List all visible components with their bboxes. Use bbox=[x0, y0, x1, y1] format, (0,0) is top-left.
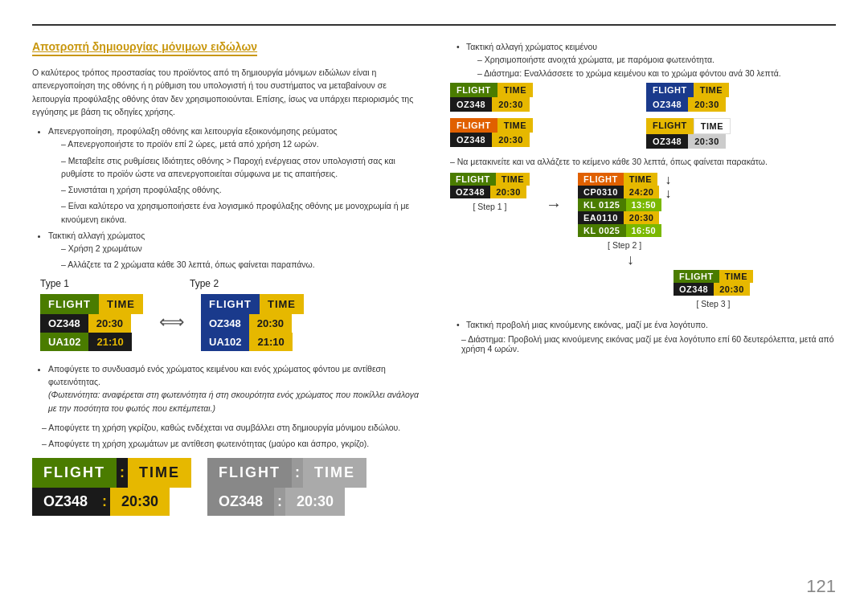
step2-h1: FLIGHT bbox=[578, 173, 624, 186]
right-board-ml: FLIGHT TIME OZ348 20:30 bbox=[450, 118, 640, 149]
right-board-mr: FLIGHT TIME OZ348 20:30 bbox=[646, 118, 836, 149]
step3-r2: 20:30 bbox=[714, 283, 750, 296]
step2-r4c2: 16:50 bbox=[626, 224, 662, 237]
step3-header: FLIGHT TIME bbox=[674, 270, 753, 283]
board2-header-time: TIME bbox=[260, 294, 304, 314]
step1-to-step2-arrow: → bbox=[546, 195, 562, 214]
sub-list-1: Απενεργοποιήστε το προϊόν επί 2 ώρες, με… bbox=[48, 137, 426, 226]
board2-r2c1: UA102 bbox=[201, 333, 249, 351]
board1-header-time: TIME bbox=[99, 294, 143, 314]
right-ml-r2: 20:30 bbox=[492, 133, 530, 147]
bb-gray-h-dot: : bbox=[292, 458, 303, 488]
right-tl-r2: 20:30 bbox=[492, 97, 530, 112]
right-mr-h1: FLIGHT bbox=[646, 118, 694, 134]
step1-h2: TIME bbox=[496, 173, 530, 186]
section-title: Αποτροπή δημιουργίας μόνιμων ειδώλων bbox=[32, 40, 257, 56]
sub-item-1a: Απενεργοποιήστε το προϊόν επί 2 ώρες, με… bbox=[61, 137, 426, 150]
right-board-mr-row: OZ348 20:30 bbox=[646, 134, 836, 149]
board2-r2c2: 21:10 bbox=[249, 333, 292, 351]
right-sub-list: Χρησιμοποιήστε ανοιχτά χρώματα, με παρόμ… bbox=[466, 53, 836, 80]
step3-r1: OZ348 bbox=[674, 283, 714, 296]
flight-board-type2: FLIGHT TIME OZ348 20:30 UA102 21:10 bbox=[201, 294, 304, 351]
swap-arrow: ⟺ bbox=[159, 312, 185, 333]
right-ml-h1: FLIGHT bbox=[450, 118, 497, 133]
step2-block: FLIGHT TIME CP0310 24:20 KL 0125 13:50 bbox=[578, 173, 671, 250]
right-sub1a: Χρησιμοποιήστε ανοιχτά χρώματα, με παρόμ… bbox=[477, 53, 836, 66]
right-sub2: – Διάστημα: Προβολή μιας κινούμενης εικό… bbox=[450, 334, 836, 353]
page-number: 121 bbox=[806, 576, 836, 597]
bb-dark-r-dot: : bbox=[99, 488, 110, 516]
board1-row1: OZ348 20:30 bbox=[40, 314, 143, 333]
step1-r1: OZ348 bbox=[450, 186, 490, 198]
step2-r3c2: 20:30 bbox=[624, 211, 660, 224]
right-mr-h2: TIME bbox=[694, 118, 731, 134]
board2-header: FLIGHT TIME bbox=[201, 294, 304, 314]
step2-r2c2: 13:50 bbox=[626, 198, 662, 211]
right-board-tr: FLIGHT TIME OZ348 20:30 bbox=[646, 83, 836, 112]
right-boards-grid: FLIGHT TIME OZ348 20:30 FLIGHT TIME bbox=[450, 83, 836, 149]
step2-row2: KL 0125 13:50 bbox=[578, 198, 661, 211]
warning-item: Αποφύγετε το συνδυασμό ενός χρώματος κει… bbox=[48, 362, 426, 415]
board2-r1c2: 20:30 bbox=[249, 314, 292, 333]
bottom-board-dark: FLIGHT : TIME OZ348 : 20:30 bbox=[32, 458, 191, 516]
dash1: Αποφύγετε τη χρήση γκρίζου, καθώς ενδέχε… bbox=[42, 421, 426, 434]
board1-r1c2: 20:30 bbox=[88, 314, 131, 333]
step2-r3c1: EA0110 bbox=[578, 211, 624, 224]
right-tl-h1: FLIGHT bbox=[450, 83, 497, 97]
step2-to-step3-arrow: ↓ bbox=[627, 251, 836, 268]
dash2: Αποφύγετε τη χρήση χρωμάτων με αντίθεση … bbox=[42, 437, 426, 450]
right-ml-r1: OZ348 bbox=[450, 133, 492, 147]
right-bullet2: Τακτική προβολή μιας κινούμενης εικόνας,… bbox=[450, 318, 836, 331]
bottom-boards-row: FLIGHT : TIME OZ348 : 20:30 FLIGHT : bbox=[32, 458, 426, 516]
right-tr-r2: 20:30 bbox=[688, 97, 726, 112]
left-bullet-list: Απενεργοποίηση, προφύλαξη οθόνης και λει… bbox=[32, 125, 426, 272]
bb-gray-h-flight: FLIGHT bbox=[207, 458, 292, 488]
bb-dark-h-time: TIME bbox=[128, 458, 191, 488]
board1-header: FLIGHT TIME bbox=[40, 294, 143, 314]
sub-item-1b: Μεταβείτε στις ρυθμίσεις Ιδιότητες οθόνη… bbox=[61, 154, 426, 181]
step2-inner: FLIGHT TIME CP0310 24:20 KL 0125 13:50 bbox=[578, 173, 671, 237]
step1-row: OZ348 20:30 bbox=[450, 186, 530, 198]
step2-h2: TIME bbox=[624, 173, 657, 186]
step3-board: FLIGHT TIME OZ348 20:30 bbox=[674, 270, 753, 296]
step3-block: FLIGHT TIME OZ348 20:30 [ Step 3 ] bbox=[591, 270, 836, 309]
right-mr-r2: 20:30 bbox=[688, 134, 726, 149]
warning-list: Αποφύγετε το συνδυασμό ενός χρώματος κει… bbox=[32, 362, 426, 415]
bb-dark-h-dot: : bbox=[117, 458, 128, 488]
bottom-board-gray-header: FLIGHT : TIME bbox=[207, 458, 366, 488]
step2-r4c1: KL 0025 bbox=[578, 224, 626, 237]
bb-dark-r-oz: OZ348 bbox=[32, 488, 99, 516]
flight-board-type1: FLIGHT TIME OZ348 20:30 UA102 21:10 bbox=[40, 294, 143, 351]
bb-gray-h-time: TIME bbox=[303, 458, 366, 488]
right-tl-r1: OZ348 bbox=[450, 97, 492, 112]
right-tr-h2: TIME bbox=[694, 83, 729, 97]
right-board-tr-row: OZ348 20:30 bbox=[646, 97, 836, 112]
double-arrows: ↓ ↓ bbox=[665, 173, 671, 201]
right-tr-r1: OZ348 bbox=[646, 97, 688, 112]
right-board-ml-row: OZ348 20:30 bbox=[450, 133, 640, 147]
steps-row1: FLIGHT TIME OZ348 20:30 [ Step 1 ] → bbox=[450, 173, 836, 250]
right-tr-h1: FLIGHT bbox=[646, 83, 694, 97]
bb-dark-r-time: 20:30 bbox=[110, 488, 170, 516]
board2-header-flight: FLIGHT bbox=[201, 294, 260, 314]
step3-h2: TIME bbox=[719, 270, 753, 283]
right-board-mr-header: FLIGHT TIME bbox=[646, 118, 836, 134]
step1-block: FLIGHT TIME OZ348 20:30 [ Step 1 ] bbox=[450, 173, 530, 211]
right-board-ml-header: FLIGHT TIME bbox=[450, 118, 640, 133]
bullet-item-2: Τακτική αλλαγή χρώματος Χρήση 2 χρωμάτων… bbox=[48, 229, 426, 272]
board1-r1c1: OZ348 bbox=[40, 314, 88, 333]
right-column: Τακτική αλλαγή χρώματος κειμένου Χρησιμο… bbox=[450, 40, 836, 597]
step1-h1: FLIGHT bbox=[450, 173, 496, 186]
step3-h1: FLIGHT bbox=[674, 270, 719, 283]
right-bullet1: Τακτική αλλαγή χρώματος κειμένου Χρησιμο… bbox=[450, 40, 836, 80]
right-board-tl-row: OZ348 20:30 bbox=[450, 97, 640, 112]
bullet-item-1: Απενεργοποίηση, προφύλαξη οθόνης και λει… bbox=[48, 125, 426, 226]
sub-item-1c: Συνιστάται η χρήση προφύλαξης οθόνης. bbox=[61, 183, 426, 196]
top-rule bbox=[32, 24, 836, 26]
step3-label: [ Step 3 ] bbox=[696, 299, 730, 309]
step2-row1: CP0310 24:20 bbox=[578, 186, 661, 198]
step1-board: FLIGHT TIME OZ348 20:30 bbox=[450, 173, 530, 198]
step1-r2: 20:30 bbox=[490, 186, 526, 198]
flight-boards-row: FLIGHT TIME OZ348 20:30 UA102 21:10 ⟺ bbox=[40, 294, 426, 351]
left-column: Αποτροπή δημιουργίας μόνιμων ειδώλων Ο κ… bbox=[32, 40, 426, 597]
